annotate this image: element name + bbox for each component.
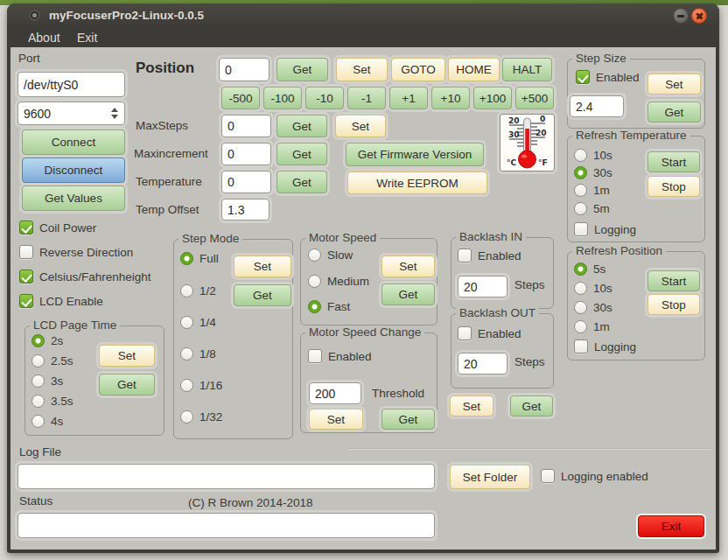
refresh-pos-option-5s[interactable]: 5s [574, 261, 606, 276]
lcd-time-option-2-5s[interactable]: 2.5s [32, 353, 74, 368]
refresh-temp-logging-checkbox[interactable]: Logging [574, 221, 636, 237]
step-size-get-button[interactable]: Get [648, 102, 701, 122]
refresh-pos-option-30s[interactable]: 30s [574, 299, 612, 315]
checkbox-icon [19, 245, 33, 259]
position-get-button[interactable]: Get [276, 58, 328, 81]
get-values-button[interactable]: Get Values [22, 186, 125, 211]
minimize-button[interactable] [673, 8, 689, 24]
temp-offset-input[interactable] [221, 199, 270, 220]
halt-button[interactable]: HALT [502, 58, 552, 81]
step-minus-1-button[interactable]: -1 [347, 87, 386, 109]
maxsteps-set-button[interactable]: Set [335, 115, 386, 137]
motor-speed-option-fast[interactable]: Fast [308, 298, 350, 314]
maxsteps-get-button[interactable]: Get [276, 115, 327, 137]
home-button[interactable]: HOME [448, 58, 500, 81]
step-size-enabled-checkbox[interactable]: Enabled [576, 69, 640, 85]
close-button[interactable] [691, 8, 707, 24]
backlash-set-button[interactable]: Set [450, 396, 494, 416]
celsius-fahrenheight-checkbox[interactable]: Celsius/Fahrenheight [19, 269, 151, 284]
step-mode-option-1-2[interactable]: 1/2 [180, 283, 216, 298]
goto-button[interactable]: GOTO [391, 58, 445, 81]
disconnect-button[interactable]: Disconnect [22, 158, 125, 183]
step-mode-option-full[interactable]: Full [180, 250, 219, 266]
refresh-pos-option-10s[interactable]: 10s [574, 280, 612, 296]
write-eeprom-button[interactable]: Write EEPROM [347, 172, 487, 194]
lcd-time-get-button[interactable]: Get [99, 374, 155, 396]
refresh-temp-start-button[interactable]: Start [648, 151, 700, 172]
coil-power-checkbox[interactable]: Coil Power [19, 220, 96, 235]
temperature-get-button[interactable]: Get [276, 171, 327, 193]
status-input[interactable] [18, 513, 435, 538]
step-mode-option-1-32[interactable]: 1/32 [180, 409, 222, 424]
lcd-enable-checkbox[interactable]: LCD Enable [19, 293, 103, 309]
motor-speed-change-get-button[interactable]: Get [382, 409, 435, 430]
step-mode-option-1-8[interactable]: 1/8 [180, 346, 216, 361]
connect-button[interactable]: Connect [22, 130, 125, 155]
lcd-time-option-3s[interactable]: 3s [32, 373, 63, 388]
backlash-out-enabled-checkbox[interactable]: Enabled [458, 326, 522, 341]
backlash-in-enabled-checkbox[interactable]: Enabled [458, 248, 522, 263]
step-mode-option-1-16[interactable]: 1/16 [180, 377, 222, 393]
motor-speed-change-set-button[interactable]: Set [309, 409, 363, 430]
option-label: 1/16 [200, 379, 222, 392]
maxincrement-get-button[interactable]: Get [276, 143, 327, 165]
step-mode-get-button[interactable]: Get [234, 284, 291, 306]
refresh-temp-option-10s[interactable]: 10s [574, 147, 612, 163]
step-size-input[interactable] [570, 95, 624, 117]
step-minus-10-button[interactable]: -10 [305, 87, 344, 109]
maxsteps-input[interactable] [221, 115, 271, 137]
port-device-input[interactable] [18, 72, 125, 97]
step-minus-500-button[interactable]: -500 [221, 87, 260, 109]
backlash-out-steps-input[interactable] [458, 353, 508, 374]
refresh-pos-option-1m[interactable]: 1m [574, 318, 610, 334]
backlash-get-button[interactable]: Get [510, 396, 553, 416]
set-folder-button[interactable]: Set Folder [450, 465, 530, 489]
step-plus-100-button[interactable]: +100 [473, 87, 512, 109]
option-label: 1/2 [200, 284, 216, 298]
checkbox-icon [458, 248, 472, 262]
maxincrement-input[interactable] [221, 143, 271, 165]
step-mode-option-1-4[interactable]: 1/4 [180, 314, 216, 330]
backlash-in-steps-input[interactable] [458, 276, 508, 298]
lcd-time-option-4s[interactable]: 4s [32, 413, 63, 429]
step-mode-set-button[interactable]: Set [234, 256, 291, 277]
spinner-arrows-icon[interactable] [111, 108, 119, 119]
motor-speed-set-button[interactable]: Set [382, 256, 435, 277]
exit-button[interactable]: Exit [638, 515, 704, 537]
position-input[interactable] [219, 58, 270, 81]
motor-speed-option-medium[interactable]: Medium [308, 273, 369, 289]
step-plus-10-button[interactable]: +10 [431, 87, 470, 109]
step-plus-1-button[interactable]: +1 [389, 87, 428, 109]
step-minus-100-button[interactable]: -100 [263, 87, 302, 109]
step-size-set-button[interactable]: Set [648, 74, 701, 94]
menu-about[interactable]: About [28, 29, 60, 46]
lcd-time-option-2s[interactable]: 2s [32, 332, 63, 348]
baud-spinner[interactable]: 9600 [18, 102, 125, 125]
temperature-input[interactable] [221, 171, 271, 193]
motor-speed-get-button[interactable]: Get [382, 284, 435, 305]
option-label: 1m [593, 320, 610, 333]
reverse-direction-checkbox[interactable]: Reverse Direction [19, 244, 133, 260]
position-set-button[interactable]: Set [336, 58, 388, 81]
menu-exit[interactable]: Exit [77, 29, 97, 46]
refresh-temp-option-30s[interactable]: 30s [574, 164, 612, 180]
logging-enabled-checkbox[interactable]: Logging enabled [541, 468, 648, 484]
motor-speed-option-slow[interactable]: Slow [308, 247, 353, 262]
log-file-input[interactable] [18, 464, 435, 489]
svg-text:°C: °C [507, 158, 517, 167]
refresh-temp-option-5m[interactable]: 5m [574, 200, 610, 216]
refresh-pos-logging-checkbox[interactable]: Logging [574, 339, 636, 354]
lcd-time-set-button[interactable]: Set [99, 345, 155, 367]
titlebar[interactable]: myFocuserPro2-Linux-0.0.5 [7, 4, 719, 27]
option-label: 1/4 [200, 316, 216, 329]
step-size-title: Step Size [572, 52, 630, 65]
refresh-temp-option-1m[interactable]: 1m [574, 182, 610, 198]
step-plus-500-button[interactable]: +500 [515, 87, 554, 109]
refresh-pos-stop-button[interactable]: Stop [648, 294, 700, 315]
lcd-time-option-3-5s[interactable]: 3.5s [32, 393, 74, 409]
refresh-pos-start-button[interactable]: Start [648, 270, 700, 291]
motor-speed-change-enabled-checkbox[interactable]: Enabled [308, 348, 372, 364]
threshold-input[interactable] [309, 382, 361, 404]
refresh-temp-stop-button[interactable]: Stop [648, 176, 700, 197]
get-firmware-version-button[interactable]: Get Firmware Version [346, 143, 484, 166]
